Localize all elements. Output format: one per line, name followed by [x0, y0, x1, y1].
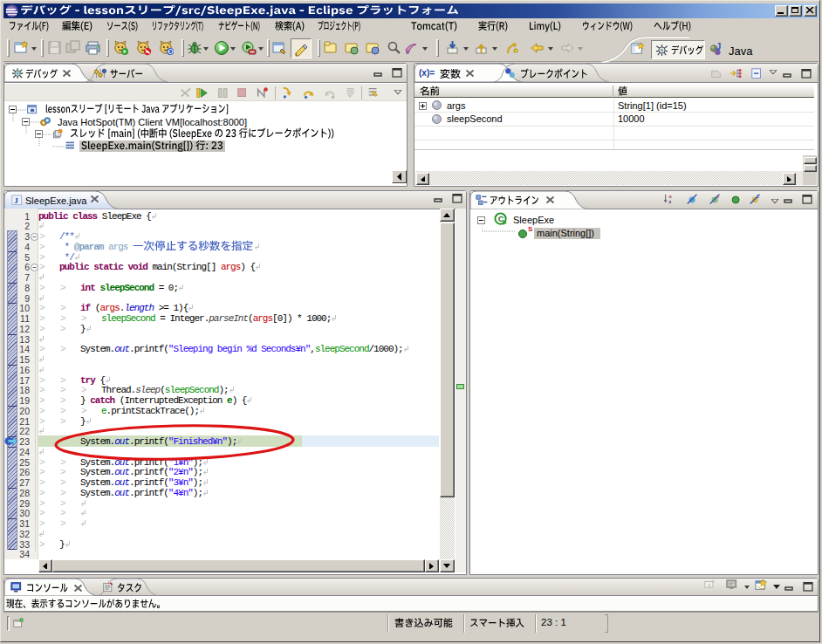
svg-text:L: L	[757, 193, 760, 199]
svg-text:J: J	[716, 42, 722, 51]
svg-text:J: J	[14, 196, 18, 205]
svg-text:z: z	[668, 198, 671, 204]
svg-text:s: s	[716, 193, 719, 199]
